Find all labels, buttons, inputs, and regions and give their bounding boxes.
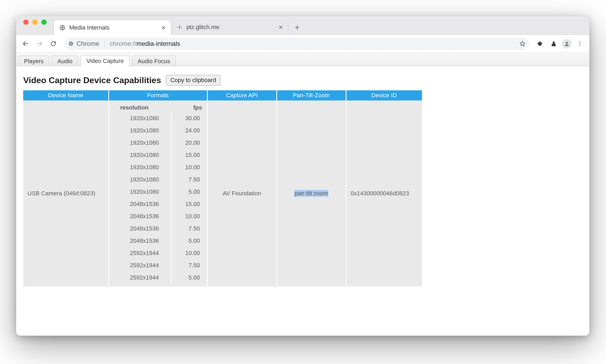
- format-resolution: 2592x1944: [118, 272, 171, 284]
- format-fps: 30.00: [171, 112, 204, 124]
- tab-strip: Media Internals ptz.glitch.me: [16, 16, 589, 35]
- profile-avatar[interactable]: [562, 39, 572, 48]
- close-window-button[interactable]: [23, 19, 29, 25]
- format-row: 2048x153610.00: [118, 210, 204, 223]
- tab-audio-focus[interactable]: Audio Focus: [132, 56, 176, 66]
- svg-point-5: [566, 42, 568, 43]
- format-row: 1920x108020.00: [118, 137, 204, 149]
- format-fps: 10.00: [171, 161, 204, 173]
- site-chip[interactable]: Chrome: [68, 40, 106, 47]
- cell-capture-api: AV Foundation: [207, 100, 277, 286]
- tab-media-internals[interactable]: Media Internals: [54, 20, 171, 35]
- table-header-row: Device Name Formats Capture API Pan-Tilt…: [23, 90, 422, 100]
- internal-tabs: Players Audio Video Capture Audio Focus: [16, 52, 589, 66]
- format-fps: 15.00: [171, 198, 204, 210]
- format-row: 1920x10807.50: [118, 173, 204, 186]
- col-ptz[interactable]: Pan-Tilt-Zoom: [277, 90, 346, 100]
- format-row: 2048x15367.50: [118, 223, 204, 235]
- col-formats[interactable]: Formats: [109, 90, 207, 100]
- format-row: 2592x19447.50: [118, 259, 204, 272]
- format-resolution: 2048x1536: [118, 223, 171, 235]
- close-tab-button[interactable]: [278, 25, 283, 30]
- format-fps: 7.50: [171, 259, 204, 272]
- toolbar: Chrome chrome://media-internals: [16, 35, 589, 52]
- device-capabilities-table: Device Name Formats Capture API Pan-Tilt…: [23, 90, 422, 286]
- format-resolution: 1920x1080: [118, 173, 171, 186]
- format-fps: 15.00: [171, 149, 204, 161]
- format-row: 1920x108010.00: [118, 161, 204, 173]
- page-title: Video Capture Device Capabilities: [23, 75, 161, 85]
- page-content: Players Audio Video Capture Audio Focus …: [16, 52, 589, 335]
- url-text: chrome://media-internals: [110, 40, 180, 47]
- svg-point-1: [179, 27, 180, 28]
- format-row: 1920x108015.00: [118, 149, 204, 161]
- format-row: 2592x194410.00: [118, 247, 204, 259]
- tab-audio[interactable]: Audio: [52, 56, 78, 66]
- format-resolution: 2592x1944: [118, 247, 171, 259]
- format-fps: 5.00: [171, 235, 204, 247]
- fmt-col-resolution: resolution: [118, 103, 171, 112]
- bookmark-star-icon[interactable]: [519, 41, 526, 47]
- site-chip-label: Chrome: [77, 40, 99, 47]
- fmt-col-fps: fps: [171, 103, 204, 112]
- menu-button[interactable]: [574, 38, 585, 49]
- col-capture-api[interactable]: Capture API: [207, 90, 277, 100]
- format-row: 1920x108030.00: [118, 112, 204, 124]
- labs-button[interactable]: [548, 38, 559, 49]
- formats-subtable: resolution fps 1920x108030.001920x108024…: [118, 103, 204, 284]
- address-bar[interactable]: Chrome chrome://media-internals: [64, 38, 529, 50]
- tab-title: Media Internals: [69, 24, 157, 31]
- format-fps: 5.00: [171, 186, 204, 198]
- format-resolution: 2592x1944: [118, 259, 171, 272]
- format-row: 2048x15365.00: [118, 235, 204, 247]
- tab-players[interactable]: Players: [18, 56, 49, 66]
- zoom-window-button[interactable]: [41, 19, 47, 25]
- col-device-name[interactable]: Device Name: [23, 90, 109, 100]
- svg-point-4: [70, 43, 72, 45]
- format-resolution: 2048x1536: [118, 235, 171, 247]
- cell-ptz: pan tilt zoom: [277, 100, 346, 286]
- format-resolution: 1920x1080: [118, 161, 171, 173]
- format-row: 1920x108024.00: [118, 124, 204, 137]
- format-fps: 24.00: [171, 124, 204, 137]
- format-resolution: 1920x1080: [118, 124, 171, 137]
- format-resolution: 1920x1080: [118, 149, 171, 161]
- chrome-icon: [68, 41, 74, 47]
- format-fps: 7.50: [171, 223, 204, 235]
- copy-to-clipboard-button[interactable]: Copy to clipboard: [166, 75, 221, 86]
- url-scheme: chrome://: [110, 40, 136, 47]
- tab-video-capture[interactable]: Video Capture: [81, 56, 129, 66]
- format-fps: 20.00: [171, 137, 204, 149]
- svg-point-7: [579, 43, 580, 44]
- format-row: 1920x10805.00: [118, 186, 204, 198]
- format-resolution: 1920x1080: [118, 186, 171, 198]
- format-row: 2592x19445.00: [118, 272, 204, 284]
- minimize-window-button[interactable]: [32, 19, 38, 25]
- format-resolution: 2048x1536: [118, 210, 171, 223]
- crosshair-icon: [176, 24, 183, 30]
- format-resolution: 2048x1536: [118, 198, 171, 210]
- cell-device-id: 0x14300000046d0823: [346, 100, 422, 286]
- svg-point-8: [579, 45, 580, 46]
- svg-point-6: [579, 41, 580, 42]
- close-tab-button[interactable]: [161, 25, 166, 30]
- format-fps: 10.00: [171, 247, 204, 259]
- cell-formats: resolution fps 1920x108030.001920x108024…: [109, 100, 207, 286]
- globe-icon: [59, 25, 66, 31]
- new-tab-button[interactable]: [292, 22, 303, 33]
- extensions-button[interactable]: [534, 38, 545, 49]
- tab-ptz-glitch[interactable]: ptz.glitch.me: [171, 21, 288, 33]
- forward-button[interactable]: [34, 38, 45, 49]
- col-device-id[interactable]: Device ID: [346, 90, 422, 100]
- person-icon: [564, 41, 570, 47]
- back-button[interactable]: [20, 38, 31, 49]
- format-row: 2048x153615.00: [118, 198, 204, 210]
- format-fps: 5.00: [171, 272, 204, 284]
- table-row: USB Camera (046d:0823) resolution fps 19…: [23, 100, 422, 286]
- reload-button[interactable]: [48, 38, 59, 49]
- tab-title: ptz.glitch.me: [186, 24, 275, 31]
- format-resolution: 1920x1080: [118, 137, 171, 149]
- url-path: media-internals: [136, 40, 180, 47]
- divider: [105, 40, 105, 47]
- cell-device-name: USB Camera (046d:0823): [23, 100, 109, 286]
